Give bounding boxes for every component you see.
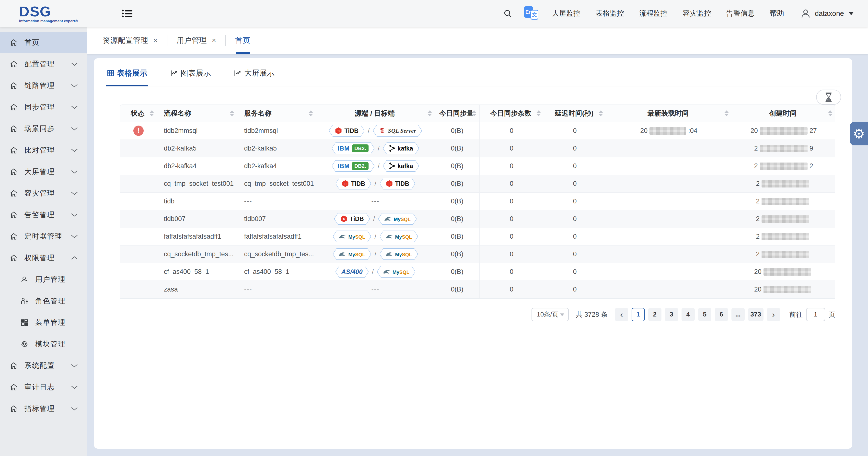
sidebar-item-场景同步[interactable]: 场景同步 (0, 118, 87, 140)
table-grid-icon (107, 69, 115, 77)
language-switch-icon[interactable]: En 文 (524, 6, 539, 21)
sidebar-item-角色管理[interactable]: 角色管理 (0, 290, 87, 312)
sidebar-item-配置管理[interactable]: 配置管理 (0, 53, 87, 75)
view-tab-图表展示[interactable]: 图表展示 (170, 68, 211, 78)
sort-caret-icon[interactable] (828, 111, 833, 116)
navbar-item-4[interactable]: 告警信息 (726, 8, 755, 18)
next-page-button[interactable]: › (767, 308, 780, 321)
open-tabs-strip: 资源配置管理×用户管理×首页 (87, 27, 868, 54)
service-name-cell: faffafsfafsafafsadff1 (237, 227, 316, 245)
sort-caret-icon[interactable] (428, 111, 432, 116)
page-button-3[interactable]: 3 (665, 308, 678, 321)
search-icon[interactable] (503, 9, 513, 18)
dsg-logo: DSG information management expert® (19, 4, 78, 23)
navbar-item-3[interactable]: 容灾监控 (683, 8, 711, 18)
service-name-cell: cf_as400_58_1 (237, 263, 316, 280)
sidebar-item-大屏管理[interactable]: 大屏管理 (0, 161, 87, 183)
goto-suffix-label: 页 (829, 310, 835, 319)
prev-page-button[interactable]: ‹ (615, 308, 628, 321)
last-load-time-cell (606, 245, 732, 263)
sidebar-item-链路管理[interactable]: 链路管理 (0, 75, 87, 96)
sidebar-item-系统配置[interactable]: 系统配置 (0, 355, 87, 376)
history-hourglass-button[interactable] (816, 90, 841, 105)
sidebar-item-比对管理[interactable]: 比对管理 (0, 140, 87, 161)
sidebar-item-权限管理[interactable]: 权限管理 (0, 247, 87, 269)
sidebar-item-用户管理[interactable]: 用户管理 (0, 269, 87, 290)
navbar-item-2[interactable]: 流程监控 (639, 8, 668, 18)
open-tab-首页[interactable]: 首页 (235, 27, 250, 54)
sidebar-item-label: 同步管理 (25, 102, 55, 112)
sidebar-item-定时器管理[interactable]: 定时器管理 (0, 226, 87, 247)
sidebar-item-容灾管理[interactable]: 容灾管理 (0, 183, 87, 204)
sidebar-item-模块管理[interactable]: 模块管理 (0, 333, 87, 355)
sidebar-item-首页[interactable]: 首页 (0, 32, 87, 53)
source-target-cell: AS/400/MySQL (316, 263, 435, 280)
chevron-down-icon (71, 363, 78, 368)
sort-caret-icon[interactable] (472, 111, 476, 116)
page-button-4[interactable]: 4 (682, 308, 695, 321)
sort-caret-icon[interactable] (598, 111, 603, 116)
view-tabs: 表格展示图表展示大屏展示 (107, 68, 840, 86)
home-icon (9, 146, 18, 154)
line-chart-icon (234, 69, 242, 77)
db-badge-tidb: TiTiDB (334, 213, 370, 225)
sidebar-item-同步管理[interactable]: 同步管理 (0, 96, 87, 118)
status-cell (120, 263, 157, 280)
db-badge-sqlserver: SQL Server (373, 125, 422, 136)
logo-subtitle: information management expert® (19, 19, 78, 23)
home-icon (9, 60, 18, 68)
today-count-cell: 0 (479, 122, 544, 140)
page-button-5[interactable]: 5 (698, 308, 711, 321)
source-target-cell: IBMDB2./kafka (316, 140, 435, 157)
user-avatar-icon (800, 8, 811, 19)
gear-icon: ⚙ (853, 127, 865, 140)
home-icon (9, 82, 18, 90)
close-tab-icon[interactable]: × (153, 36, 158, 44)
chevron-down-icon (71, 213, 78, 217)
close-tab-icon[interactable]: × (212, 36, 216, 44)
home-icon (9, 362, 18, 370)
sidebar-item-指标管理[interactable]: 指标管理 (0, 398, 87, 420)
user-menu[interactable]: dataxone (800, 8, 854, 19)
svg-text:Ti: Ti (343, 218, 345, 220)
sidebar-item-审计日志[interactable]: 审计日志 (0, 376, 87, 398)
today-count-cell: 0 (479, 210, 544, 227)
delay-cell: 0 (544, 210, 606, 227)
settings-fab-button[interactable]: ⚙ (850, 122, 868, 145)
open-tab-资源配置管理[interactable]: 资源配置管理× (103, 27, 158, 54)
page-button-2[interactable]: 2 (648, 308, 661, 321)
service-name-cell: --- (237, 192, 316, 210)
today-volume-cell: 0(B) (435, 263, 479, 280)
sort-caret-icon[interactable] (309, 111, 313, 116)
chevron-down-icon (848, 12, 854, 15)
column-header-状态: 状态 (120, 105, 157, 122)
table-row-cf_as400_58_1: cf_as400_58_1cf_as400_58_1AS/400/MySQL0(… (120, 263, 835, 280)
view-tab-大屏展示[interactable]: 大屏展示 (234, 68, 275, 78)
today-volume-cell: 0(B) (435, 175, 479, 192)
view-tab-表格展示[interactable]: 表格展示 (107, 68, 147, 78)
source-target-cell: MySQL/MySQL (316, 227, 435, 245)
sidebar-item-菜单管理[interactable]: 菜单管理 (0, 312, 87, 333)
sidebar-item-label: 比对管理 (25, 145, 55, 155)
navbar-item-5[interactable]: 帮助 (770, 8, 784, 18)
goto-page-input[interactable] (806, 308, 825, 321)
delay-cell: 0 (544, 175, 606, 192)
navbar-item-0[interactable]: 大屏监控 (552, 8, 581, 18)
sidebar-collapse-icon[interactable] (122, 8, 133, 18)
page-button-373[interactable]: 373 (748, 308, 764, 321)
column-header-今日同步条数: 今日同步条数 (479, 105, 544, 122)
chevron-down-icon (71, 84, 78, 88)
open-tab-用户管理[interactable]: 用户管理× (177, 27, 216, 54)
page-button-1[interactable]: 1 (631, 308, 645, 321)
more-pages-button[interactable]: ... (732, 308, 745, 321)
sort-caret-icon[interactable] (536, 111, 541, 116)
sort-caret-icon[interactable] (724, 111, 729, 116)
sort-caret-icon[interactable] (150, 111, 154, 116)
sidebar-item-告警管理[interactable]: 告警管理 (0, 204, 87, 226)
page-button-6[interactable]: 6 (715, 308, 728, 321)
home-icon (9, 404, 18, 413)
page-size-select[interactable]: 10条/页 (531, 308, 569, 321)
sort-caret-icon[interactable] (230, 111, 234, 116)
navbar-item-1[interactable]: 表格监控 (596, 8, 624, 18)
table-row-faffafsfafsafafsadff1: faffafsfafsafafsadff1faffafsfafsafafsadf… (120, 227, 835, 245)
